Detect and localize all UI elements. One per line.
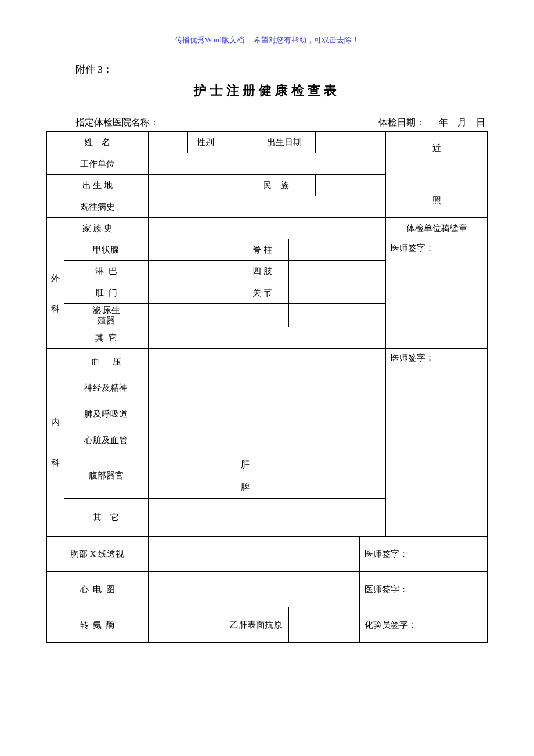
lymph-value	[148, 261, 236, 282]
exam-date: 体检日期： 年 月 日	[378, 117, 485, 129]
ecg-sign: 医师签字：	[359, 572, 487, 607]
urogenital-value	[148, 304, 236, 327]
heart-label: 心脏及血管	[64, 427, 148, 453]
heart-value	[148, 427, 386, 453]
internal-sign: 医师签字：	[386, 349, 488, 537]
birthplace-label: 出 生 地	[47, 175, 149, 196]
bp-value	[148, 349, 386, 375]
hospital-label: 指定体检医院名称：	[75, 117, 159, 129]
chest-sign: 医师签字：	[359, 537, 487, 572]
past-history-value	[148, 196, 386, 218]
photo-box: 近 照	[386, 132, 488, 218]
lymph-label: 淋 巴	[64, 261, 148, 282]
chest-value	[148, 537, 359, 572]
alt-label: 转 氨 酶	[47, 607, 149, 643]
abdomen-label: 腹部器官	[64, 453, 148, 499]
attachment-label: 附件 3：	[75, 63, 488, 76]
internal-dept: 内 科	[47, 349, 64, 537]
surgery-sign: 医师签字：	[386, 239, 488, 349]
lung-value	[148, 401, 386, 427]
gender-value	[223, 132, 254, 153]
limbs-label: 四 肢	[236, 261, 289, 282]
birth-value	[315, 132, 385, 153]
watermark-header: 传播优秀Word版文档 ，希望对您有帮助，可双击去除！	[46, 35, 488, 45]
urogenital-label: 泌 尿生 殖器	[64, 304, 148, 327]
ethnic-label: 民 族	[236, 175, 316, 196]
liver-value	[254, 453, 386, 476]
anus-value	[148, 282, 236, 304]
lung-label: 肺及呼吸道	[64, 401, 148, 427]
surg-blank-label	[236, 304, 289, 327]
birth-label: 出生日期	[254, 132, 315, 153]
nerve-value	[148, 375, 386, 401]
surg-other-label: 其 它	[64, 327, 148, 349]
liver-label: 肝	[236, 453, 254, 476]
thyroid-value	[148, 239, 236, 261]
int-other-value	[148, 499, 386, 537]
workunit-label: 工作单位	[47, 153, 149, 175]
ecg-value1	[148, 572, 223, 607]
spleen-label: 脾	[236, 476, 254, 499]
lab-sign: 化验员签字：	[359, 607, 487, 643]
gender-label: 性别	[187, 132, 223, 153]
ethnic-value	[315, 175, 385, 196]
chest-label: 胸部 X 线透视	[47, 537, 149, 572]
photo-zhao: 照	[388, 188, 485, 214]
thyroid-label: 甲状腺	[64, 239, 148, 261]
hbsag-value	[289, 607, 359, 643]
name-value	[148, 132, 187, 153]
spine-value	[289, 239, 386, 261]
name-label: 姓 名	[47, 132, 149, 153]
ecg-label: 心 电 图	[47, 572, 149, 607]
hbsag-label: 乙肝表面抗原	[223, 607, 289, 643]
photo-stamp: 体检单位骑缝章	[386, 218, 488, 239]
spleen-value	[254, 476, 386, 499]
abdomen-value	[148, 453, 236, 499]
int-other-label: 其 它	[64, 499, 148, 537]
page-title: 护士注册健康检查表	[46, 82, 488, 99]
limbs-value	[289, 261, 386, 282]
family-history-label: 家 族 史	[47, 218, 149, 239]
surg-blank-value	[289, 304, 386, 327]
surg-other-value	[148, 327, 386, 349]
nerve-label: 神经及精神	[64, 375, 148, 401]
health-form-table: 姓 名 性别 出生日期 近 照 工作单位 出 生 地 民 族 既往病史 家 族 …	[46, 131, 488, 643]
surgery-dept: 外 科	[47, 239, 64, 349]
past-history-label: 既往病史	[47, 196, 149, 218]
joints-label: 关 节	[236, 282, 289, 304]
birthplace-value	[148, 175, 236, 196]
ecg-value2	[223, 572, 359, 607]
family-history-value	[148, 218, 386, 239]
workunit-value	[148, 153, 386, 175]
bp-label: 血 压	[64, 349, 148, 375]
spine-label: 脊 柱	[236, 239, 289, 261]
header-line: 指定体检医院名称： 体检日期： 年 月 日	[46, 117, 488, 131]
alt-value	[148, 607, 223, 643]
anus-label: 肛 门	[64, 282, 148, 304]
photo-near: 近	[388, 135, 485, 161]
joints-value	[289, 282, 386, 304]
